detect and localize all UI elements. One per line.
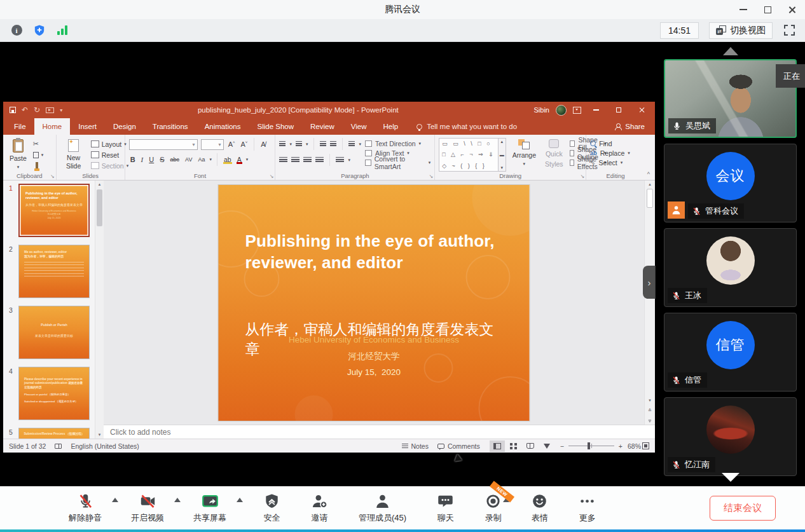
network-status-button[interactable] [54,22,71,39]
grow-font-button[interactable]: A˄ [227,140,237,148]
justify-button[interactable] [315,157,324,163]
tab-file[interactable]: File [6,118,34,135]
participant-tile-yijiangnan[interactable]: 忆江南 [664,397,797,476]
chat-button[interactable]: 聊天 [437,493,454,524]
zoom-slider[interactable] [568,446,614,446]
previous-slide-button[interactable]: ≛ [645,408,655,413]
ppt-user-name[interactable]: Sibin [534,106,549,114]
meeting-security-shield-button[interactable] [31,22,48,39]
ppt-restore-button[interactable] [610,103,627,117]
align-right-button[interactable] [303,157,312,163]
share-options-caret[interactable] [237,498,243,502]
font-dialog-launcher[interactable]: ↘ [270,174,274,179]
participant-tile-xinguan[interactable]: 信管 信管 [664,313,797,392]
slide-scrollbar[interactable]: ▴ ▾ ≛ ≛ [644,181,655,425]
ppt-minimize-button[interactable] [588,103,604,117]
zoom-out-button[interactable]: − [560,442,564,450]
start-video-button[interactable]: 开启视频 [131,493,164,524]
tab-design[interactable]: Design [105,118,144,135]
character-spacing-button[interactable]: AV [184,156,193,163]
fit-slide-button[interactable] [642,442,649,449]
tell-me-box[interactable]: Tell me what you want to do [416,118,517,135]
italic-button[interactable]: I [140,156,145,163]
slide-canvas[interactable]: Publishing in the eye of author, reviewe… [104,181,644,425]
undo-icon[interactable]: ↶ [22,106,28,114]
close-button[interactable] [780,0,804,19]
zoom-level[interactable]: 68% [628,442,641,450]
tab-insert[interactable]: Insert [70,118,105,135]
new-slide-button[interactable]: New Slide [60,138,87,172]
tab-home[interactable]: Home [34,118,71,135]
fullscreen-button[interactable] [784,25,795,36]
unmute-button[interactable]: 解除静音 [69,493,102,524]
tab-slideshow[interactable]: Slide Show [249,118,303,135]
arrange-button[interactable]: Arrange ▾ [510,138,539,172]
manage-members-button[interactable]: 管理成员(45) [359,493,406,524]
zoom-in-button[interactable]: + [619,442,623,450]
font-size-select[interactable]: ▾ [201,139,224,150]
clipboard-dialog-launcher[interactable]: ↘ [50,174,55,179]
ribbon-display-options-icon[interactable] [573,107,581,114]
share-screen-button[interactable]: 共享屏幕 [193,493,226,524]
font-name-select[interactable]: ▾ [129,139,198,150]
audio-options-caret[interactable] [112,498,118,502]
increase-indent-button[interactable] [330,141,336,147]
record-button[interactable]: NEW 录制 [485,493,502,524]
ppt-share-button[interactable]: Share [614,118,655,135]
select-button[interactable]: ⇖Select▾ [590,158,630,167]
thumbnail-item-1[interactable]: 1 Publishing in the eye of author, revie… [3,184,95,237]
thumbnail-slide-5[interactable]: Submission/Review Process （投稿过程） [18,428,90,439]
panel-collapse-handle[interactable]: › [643,266,656,299]
cut-button[interactable]: ✂ [33,140,44,148]
columns-button[interactable] [336,157,344,163]
line-spacing-button[interactable] [348,141,355,147]
underline-button[interactable]: U [148,156,155,163]
minimize-button[interactable] [731,0,755,19]
thumbnail-slide-2[interactable]: Me as author, reviewer, editor 我为作者，评审，编… [18,245,90,298]
invite-button[interactable]: 邀请 [311,493,328,524]
meeting-info-button[interactable]: i [8,22,25,39]
thumbnail-item-5[interactable]: 5 Submission/Review Process （投稿过程） [3,428,95,439]
thumbnail-slide-1[interactable]: Publishing in the eye of author, reviewe… [18,184,90,237]
align-left-button[interactable] [279,157,287,163]
end-meeting-button[interactable]: 结束会议 [710,496,776,521]
slideshow-view-button[interactable] [539,440,554,452]
maximize-button[interactable] [755,0,780,19]
security-button[interactable]: 安全 [263,493,280,524]
thumbnail-scroll-thumb[interactable] [97,189,102,226]
thumbnail-item-2[interactable]: 2 Me as author, reviewer, editor 我为作者，评审… [3,245,95,298]
slide-sorter-view-button[interactable] [506,440,521,452]
paragraph-dialog-launcher[interactable]: ↘ [429,174,433,179]
tab-review[interactable]: Review [302,118,343,135]
bold-button[interactable]: B [129,156,137,163]
reading-view-button[interactable] [523,440,538,452]
more-button[interactable]: 更多 [579,493,596,524]
shrink-font-button[interactable]: A˅ [239,140,249,148]
paste-button[interactable]: Paste ▾ [7,138,29,172]
scroll-down-arrow[interactable] [722,473,740,482]
current-slide[interactable]: Publishing in the eye of author, reviewe… [219,185,530,421]
thumbnail-slide-3[interactable]: Publish or Perish 发表文章是科研的重要目标 [18,306,90,359]
format-painter-button[interactable] [33,161,44,170]
change-case-button[interactable]: Aa [196,156,206,163]
section-button[interactable]: Section▾ [91,161,129,170]
next-slide-button[interactable]: ≛ [645,418,655,423]
shapes-scroll[interactable]: ▴▬▾ [499,138,506,172]
layout-button[interactable]: Layout▾ [91,140,129,148]
ppt-close-button[interactable] [633,103,650,117]
drawing-dialog-launcher[interactable]: ↘ [580,174,584,179]
notes-pane[interactable]: Click to add notes [104,425,655,439]
participant-tile-guanke[interactable]: 会议 管科会议 [664,144,797,222]
tab-view[interactable]: View [343,118,375,135]
redo-icon[interactable]: ↻ [34,106,40,114]
text-direction-button[interactable]: Text Direction▾ [365,139,430,147]
scroll-up-arrow[interactable] [723,47,738,55]
clear-format-button[interactable]: A̸ [259,140,266,148]
quick-styles-button[interactable]: Quick Styles [542,138,566,172]
zoom-slider-thumb[interactable] [588,442,590,449]
copy-button[interactable]: ▾ [33,151,44,159]
start-slideshow-icon[interactable] [46,107,54,113]
highlight-color-button[interactable]: ab [223,156,233,163]
shadow-button[interactable]: S [158,156,165,163]
find-button[interactable]: Find [590,139,630,147]
